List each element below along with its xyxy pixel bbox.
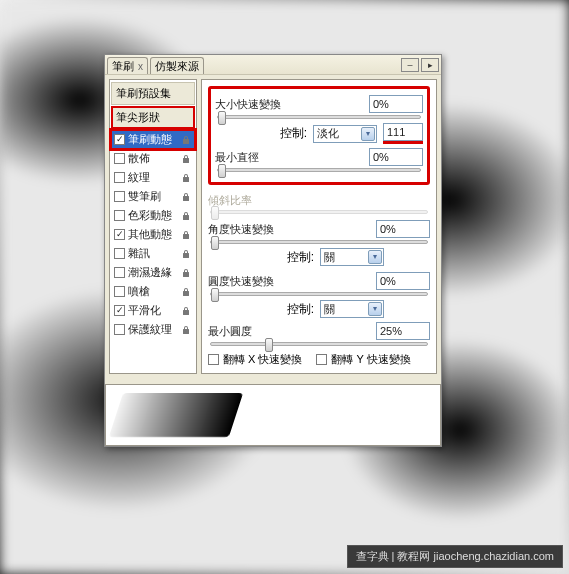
lock-icon [179, 304, 192, 317]
sidebar-item-0[interactable]: 筆刷動態 [111, 130, 195, 149]
sidebar-item-8[interactable]: 噴槍 [111, 282, 195, 301]
angle-jitter-label: 角度快速變換 [208, 222, 274, 237]
min-diameter-label: 最小直徑 [215, 150, 259, 165]
roundness-control-select-value: 關 [324, 302, 335, 317]
tab-brush-label: 筆刷 [112, 59, 134, 74]
chevron-down-icon: ▾ [368, 302, 382, 316]
sidebar-item-2[interactable]: 紋理 [111, 168, 195, 187]
size-control-value[interactable] [383, 123, 423, 141]
sidebar-item-4[interactable]: 色彩動態 [111, 206, 195, 225]
sidebar-item-9[interactable]: 平滑化 [111, 301, 195, 320]
min-roundness-value[interactable] [376, 322, 430, 340]
panel-titlebar: 筆刷 x 仿製來源 – ▸ [105, 55, 441, 75]
sidebar-item-label: 紋理 [128, 170, 150, 185]
sidebar-checkbox[interactable] [114, 134, 125, 145]
tilt-scale-slider [210, 210, 428, 214]
sidebar-item-1[interactable]: 散佈 [111, 149, 195, 168]
lock-icon [179, 190, 192, 203]
lock-icon [179, 171, 192, 184]
sidebar-item-6[interactable]: 雜訊 [111, 244, 195, 263]
sidebar-item-label: 雜訊 [128, 246, 150, 261]
size-control-select[interactable]: 淡化 ▾ [313, 125, 377, 143]
sidebar-item-7[interactable]: 潮濕邊緣 [111, 263, 195, 282]
brush-panel: 筆刷 x 仿製來源 – ▸ 筆刷預設集 筆尖形狀 筆刷動態散佈紋理雙筆刷色彩動態… [104, 54, 442, 447]
lock-icon [179, 228, 192, 241]
chevron-down-icon: ▾ [368, 250, 382, 264]
min-diameter-value[interactable] [369, 148, 423, 166]
lock-icon [179, 152, 192, 165]
lock-icon [179, 285, 192, 298]
sidebar-item-label: 筆刷動態 [128, 132, 172, 147]
lock-icon [179, 323, 192, 336]
sidebar-checkbox[interactable] [114, 267, 125, 278]
brush-options-sidebar: 筆刷預設集 筆尖形狀 筆刷動態散佈紋理雙筆刷色彩動態其他動態雜訊潮濕邊緣噴槍平滑… [109, 79, 197, 374]
lock-icon [179, 133, 192, 146]
watermark: 查字典 | 教程网 jiaocheng.chazidian.com [347, 545, 564, 568]
size-jitter-slider[interactable] [217, 115, 421, 119]
lock-icon [179, 209, 192, 222]
angle-jitter-slider[interactable] [210, 240, 428, 244]
flip-x-label: 翻轉 X 快速變換 [223, 352, 302, 367]
angle-control-select-value: 關 [324, 250, 335, 265]
sidebar-checkbox[interactable] [114, 210, 125, 221]
brush-dynamics-settings: 大小快速變換 控制: 淡化 ▾ 最小直徑 [201, 79, 437, 374]
sidebar-item-label: 潮濕邊緣 [128, 265, 172, 280]
panel-minimize-button[interactable]: – [401, 58, 419, 72]
tab-clone-label: 仿製來源 [155, 59, 199, 74]
sidebar-checkbox[interactable] [114, 305, 125, 316]
sidebar-item-label: 其他動態 [128, 227, 172, 242]
sidebar-item-label: 平滑化 [128, 303, 161, 318]
brush-preview [105, 384, 441, 446]
min-roundness-slider[interactable] [210, 342, 428, 346]
brush-preview-stroke [109, 393, 243, 437]
roundness-jitter-value[interactable] [376, 272, 430, 290]
sidebar-checkbox[interactable] [114, 248, 125, 259]
sidebar-item-label: 散佈 [128, 151, 150, 166]
panel-menu-button[interactable]: ▸ [421, 58, 439, 72]
angle-jitter-value[interactable] [376, 220, 430, 238]
flip-y-checkbox[interactable] [316, 354, 327, 365]
sidebar-item-10[interactable]: 保護紋理 [111, 320, 195, 339]
lock-icon [179, 247, 192, 260]
sidebar-checkbox[interactable] [114, 172, 125, 183]
sidebar-item-label: 噴槍 [128, 284, 150, 299]
sidebar-item-label: 雙筆刷 [128, 189, 161, 204]
size-control-select-value: 淡化 [317, 126, 339, 141]
flip-y-label: 翻轉 Y 快速變換 [331, 352, 410, 367]
size-control-label: 控制: [280, 125, 307, 142]
sidebar-item-5[interactable]: 其他動態 [111, 225, 195, 244]
roundness-jitter-slider[interactable] [210, 292, 428, 296]
size-jitter-value[interactable] [369, 95, 423, 113]
sidebar-checkbox[interactable] [114, 153, 125, 164]
sidebar-checkbox[interactable] [114, 229, 125, 240]
tab-brush-close[interactable]: x [138, 61, 143, 72]
tab-brush[interactable]: 筆刷 x [107, 57, 148, 74]
min-roundness-label: 最小圓度 [208, 324, 252, 339]
sidebar-item-label: 保護紋理 [128, 322, 172, 337]
min-diameter-slider[interactable] [217, 168, 421, 172]
angle-control-label: 控制: [287, 249, 314, 266]
roundness-jitter-label: 圓度快速變換 [208, 274, 274, 289]
tab-clone-source[interactable]: 仿製來源 [150, 57, 204, 74]
sidebar-checkbox[interactable] [114, 324, 125, 335]
size-jitter-label: 大小快速變換 [215, 97, 281, 112]
sidebar-checkbox[interactable] [114, 286, 125, 297]
lock-icon [179, 266, 192, 279]
roundness-control-label: 控制: [287, 301, 314, 318]
sidebar-checkbox[interactable] [114, 191, 125, 202]
flip-x-checkbox[interactable] [208, 354, 219, 365]
angle-control-select[interactable]: 關 ▾ [320, 248, 384, 266]
chevron-down-icon: ▾ [361, 127, 375, 141]
sidebar-item-label: 色彩動態 [128, 208, 172, 223]
sidebar-tip-shape[interactable]: 筆尖形狀 [111, 106, 195, 129]
sidebar-item-3[interactable]: 雙筆刷 [111, 187, 195, 206]
sidebar-presets[interactable]: 筆刷預設集 [111, 82, 195, 105]
highlighted-section: 大小快速變換 控制: 淡化 ▾ 最小直徑 [208, 86, 430, 185]
roundness-control-select[interactable]: 關 ▾ [320, 300, 384, 318]
